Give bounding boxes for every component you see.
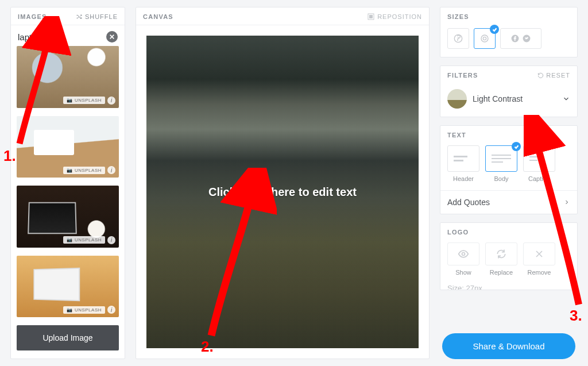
settings-panel: SIZES — [440, 7, 578, 359]
check-badge-icon — [512, 142, 521, 151]
images-title: IMAGES — [18, 13, 47, 20]
info-icon[interactable]: i — [107, 166, 115, 174]
canvas-title: CANVAS — [143, 13, 173, 20]
logo-title: LOGO — [447, 229, 469, 236]
filter-thumbnail — [447, 89, 467, 109]
eye-icon — [458, 248, 469, 260]
reposition-icon — [368, 13, 374, 20]
image-credit: 📷 UNSPLASH i — [63, 166, 115, 174]
close-icon — [109, 34, 115, 40]
image-result[interactable]: 📷 UNSPLASH i — [17, 116, 119, 178]
size-option-pinterest[interactable] — [447, 28, 469, 49]
add-quotes-row: Add Quotes — [440, 190, 577, 214]
info-icon[interactable]: i — [107, 236, 115, 244]
chevron-down-icon — [562, 95, 570, 103]
pinterest-icon — [454, 34, 463, 43]
text-option-header[interactable]: Header — [447, 145, 479, 182]
sizes-title: SIZES — [447, 13, 469, 20]
images-header: IMAGES SHUFFLE — [11, 7, 125, 25]
instagram-icon — [480, 34, 489, 43]
twitter-icon — [523, 34, 531, 43]
sizes-body — [440, 25, 577, 57]
image-credit: 📷 UNSPLASH i — [63, 97, 115, 105]
filters-card: FILTERS RESET Light Contrast — [440, 66, 578, 117]
chevron-left-icon[interactable] — [551, 199, 558, 206]
reposition-label: REPOSITION — [377, 13, 422, 20]
credit-badge: 📷 UNSPLASH — [63, 97, 105, 104]
image-credit: 📷 UNSPLASH i — [63, 306, 115, 314]
images-panel: IMAGES SHUFFLE 📷 UNSPLASH i 📷 UNSPLASH — [10, 7, 125, 359]
chevron-right-icon[interactable] — [563, 199, 570, 206]
reset-icon — [537, 72, 544, 79]
text-option-box — [523, 145, 555, 172]
check-badge-icon — [490, 25, 499, 34]
reset-label: RESET — [546, 72, 570, 79]
canvas-header: CANVAS REPOSITION — [136, 7, 429, 25]
canvas-wrap: Click twice here to edit text — [136, 25, 429, 359]
text-option-label: Body — [494, 175, 508, 182]
shuffle-button[interactable]: SHUFFLE — [76, 13, 118, 20]
logo-show-button[interactable]: Show — [447, 242, 479, 276]
size-option-instagram[interactable] — [474, 28, 496, 49]
credit-badge: 📷 UNSPLASH — [63, 236, 105, 244]
svg-rect-1 — [369, 15, 373, 18]
search-row — [11, 25, 125, 46]
close-icon — [533, 248, 545, 260]
shuffle-label: SHUFFLE — [85, 13, 118, 20]
sizes-header: SIZES — [440, 7, 577, 25]
filter-selector[interactable]: Light Contrast — [440, 83, 577, 117]
credit-badge: 📷 UNSPLASH — [63, 167, 105, 174]
svg-point-4 — [483, 37, 486, 40]
text-title: TEXT — [447, 132, 466, 138]
info-icon[interactable]: i — [107, 306, 115, 314]
facebook-icon — [511, 34, 519, 43]
logo-size-label: Size: 27px — [440, 279, 577, 290]
info-icon[interactable]: i — [107, 97, 115, 105]
text-option-label: Caption — [528, 175, 550, 182]
sizes-card: SIZES — [440, 7, 578, 57]
logo-header: LOGO — [440, 223, 577, 240]
logo-remove-button[interactable]: Remove — [523, 242, 555, 276]
share-download-button[interactable]: Share & Download — [442, 333, 575, 359]
credit-badge: 📷 UNSPLASH — [63, 306, 105, 314]
filter-name: Light Contrast — [473, 94, 523, 103]
right-bottom: Share & Download — [440, 298, 578, 359]
text-option-caption[interactable]: Caption — [523, 145, 555, 182]
shuffle-icon — [76, 13, 83, 20]
image-result[interactable]: 📷 UNSPLASH i — [17, 46, 119, 108]
canvas-area[interactable]: Click twice here to edit text — [146, 36, 419, 348]
image-results: 📷 UNSPLASH i 📷 UNSPLASH i 📷 UNSPLASH i 📷 — [11, 46, 125, 317]
upload-image-button[interactable]: Upload Image — [17, 325, 119, 350]
text-options: Header Body Caption — [440, 143, 577, 184]
text-header: TEXT — [440, 126, 577, 143]
svg-point-7 — [462, 253, 465, 256]
image-result[interactable]: 📷 UNSPLASH i — [17, 186, 119, 248]
text-option-body[interactable]: Body — [485, 145, 517, 182]
svg-point-3 — [481, 35, 488, 42]
text-option-label: Header — [453, 175, 474, 182]
search-input[interactable] — [18, 32, 98, 42]
app-root: IMAGES SHUFFLE 📷 UNSPLASH i 📷 UNSPLASH — [0, 0, 588, 366]
canvas-text-placeholder[interactable]: Click twice here to edit text — [208, 186, 357, 199]
size-option-social[interactable] — [500, 28, 541, 49]
add-quotes-label[interactable]: Add Quotes — [447, 198, 490, 207]
clear-search-button[interactable] — [106, 31, 118, 43]
logo-card: LOGO Show Replace Remove Size: 27px — [440, 222, 578, 290]
reposition-button[interactable]: REPOSITION — [368, 13, 422, 20]
filters-title: FILTERS — [447, 72, 478, 79]
canvas-panel: CANVAS REPOSITION Click twice here to ed… — [136, 7, 430, 359]
quotes-nav — [551, 199, 570, 206]
reset-filters-button[interactable]: RESET — [537, 72, 570, 79]
logo-options: Show Replace Remove — [440, 240, 577, 279]
sizes-row — [447, 28, 570, 49]
filter-preview: Light Contrast — [447, 89, 523, 109]
text-option-box — [485, 145, 517, 172]
logo-replace-button[interactable]: Replace — [485, 242, 517, 276]
refresh-icon — [496, 248, 507, 260]
image-credit: 📷 UNSPLASH i — [63, 236, 115, 244]
text-card: TEXT Header Body Caption — [440, 125, 578, 214]
text-option-box — [447, 145, 479, 172]
image-result[interactable]: 📷 UNSPLASH i — [17, 256, 119, 318]
filters-header: FILTERS RESET — [440, 66, 577, 83]
